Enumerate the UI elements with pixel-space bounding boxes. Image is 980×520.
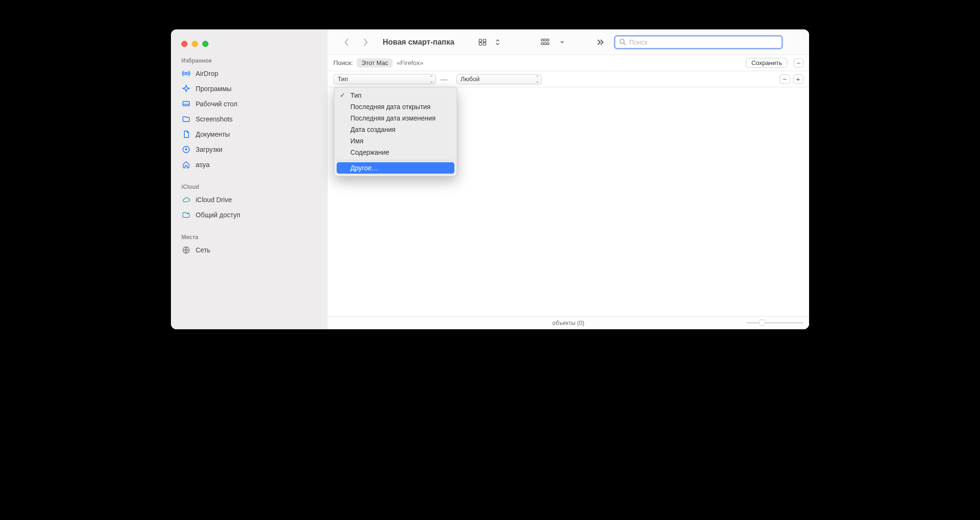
sidebar-item-label: asya (196, 161, 210, 168)
nav-arrows (343, 37, 369, 47)
sidebar-item-icloud-drive[interactable]: iCloud Drive (171, 192, 328, 207)
menu-item-label: Другое… (350, 164, 378, 172)
remove-criteria-button[interactable]: − (780, 74, 790, 84)
criteria-add-remove: − + (780, 74, 803, 84)
back-button[interactable] (343, 37, 350, 47)
check-icon: ✓ (340, 92, 347, 99)
sidebar-item-applications[interactable]: Программы (171, 81, 328, 96)
scope-label: Поиск: (333, 59, 353, 66)
menu-item-label: Тип (350, 92, 361, 99)
svg-point-15 (620, 39, 624, 44)
forward-button[interactable] (362, 37, 369, 47)
svg-rect-11 (547, 39, 549, 41)
finder-window: Избранное AirDrop Программы Рабочий стол… (171, 29, 809, 329)
more-tools-button[interactable] (593, 37, 607, 47)
window-title: Новая смарт-папка (383, 38, 454, 46)
menu-item-last-opened[interactable]: Последняя дата открытия (334, 101, 457, 112)
svg-rect-10 (544, 39, 546, 41)
view-updown-icon[interactable] (492, 37, 503, 48)
scope-current-folder[interactable]: «Firefox» (396, 59, 423, 66)
menu-item-label: Последняя дата открытия (350, 103, 431, 111)
criteria-row: Тип ⌃⌄ ✓ Тип Последняя дата открытия Пос… (328, 71, 809, 87)
minimize-window-button[interactable] (192, 41, 198, 47)
search-scope-bar: Поиск: Этот Mac «Firefox» Сохранить − (328, 55, 809, 71)
svg-point-0 (185, 73, 188, 75)
svg-rect-7 (479, 42, 482, 45)
documents-icon (181, 130, 191, 139)
search-input[interactable] (629, 38, 778, 46)
svg-rect-1 (183, 102, 189, 106)
menu-item-type[interactable]: ✓ Тип (334, 90, 457, 101)
search-icon (619, 38, 626, 46)
sidebar-item-network[interactable]: Сеть (171, 242, 328, 258)
menu-item-label: Дата создания (350, 126, 396, 133)
criteria-dash: — (441, 75, 448, 83)
group-button[interactable] (538, 37, 555, 48)
sidebar-item-documents[interactable]: Документы (171, 127, 328, 142)
criteria-value-select[interactable]: Любой ⌃⌄ (456, 74, 542, 84)
window-controls (171, 38, 328, 55)
network-icon (181, 245, 191, 255)
sidebar-section-locations: Места (171, 231, 328, 242)
fullscreen-window-button[interactable] (202, 41, 208, 47)
criteria-attribute-select[interactable]: Тип ⌃⌄ ✓ Тип Последняя дата открытия Пос… (333, 74, 436, 84)
slider-thumb[interactable] (759, 319, 765, 326)
svg-rect-12 (541, 42, 543, 44)
sidebar-item-desktop[interactable]: Рабочий стол (171, 96, 328, 111)
menu-item-name[interactable]: Имя (334, 135, 457, 147)
menu-separator (337, 160, 454, 160)
svg-point-3 (187, 213, 188, 214)
sidebar-item-label: Программы (196, 85, 232, 93)
scope-this-mac[interactable]: Этот Mac (357, 58, 393, 67)
sidebar-item-airdrop[interactable]: AirDrop (171, 66, 328, 81)
sidebar-item-label: Screenshots (196, 115, 233, 123)
criteria-attribute-menu: ✓ Тип Последняя дата открытия Последняя … (334, 87, 457, 176)
menu-item-created[interactable]: Дата создания (334, 124, 457, 135)
cloud-icon (181, 195, 191, 204)
sidebar: Избранное AirDrop Программы Рабочий стол… (171, 29, 328, 329)
chevron-updown-icon: ⌃⌄ (430, 75, 433, 83)
sidebar-item-label: Документы (196, 130, 230, 138)
svg-rect-14 (547, 42, 549, 44)
folder-icon (181, 114, 191, 124)
svg-rect-9 (541, 39, 543, 41)
sidebar-item-screenshots[interactable]: Screenshots (171, 111, 328, 127)
search-box[interactable] (614, 35, 783, 49)
save-search-button[interactable]: Сохранить (746, 58, 787, 68)
view-icons-button[interactable] (475, 37, 490, 48)
svg-rect-5 (479, 39, 482, 42)
add-criteria-button[interactable]: + (793, 74, 803, 84)
sidebar-item-label: Общий доступ (196, 211, 240, 219)
status-bar: объекты (0) (328, 316, 809, 329)
sidebar-item-label: Рабочий стол (196, 100, 237, 108)
shared-folder-icon (181, 210, 191, 220)
sidebar-item-shared[interactable]: Общий доступ (171, 207, 328, 223)
remove-scope-button[interactable]: − (794, 58, 803, 68)
close-window-button[interactable] (181, 41, 188, 47)
status-text: объекты (0) (552, 320, 584, 326)
group-chevron-icon[interactable] (557, 38, 567, 46)
svg-rect-8 (483, 42, 486, 45)
sidebar-item-home[interactable]: asya (171, 157, 328, 172)
desktop-icon (181, 99, 191, 109)
sidebar-section-favorites: Избранное (171, 55, 328, 66)
sidebar-item-label: AirDrop (196, 70, 218, 77)
menu-item-contents[interactable]: Содержание (334, 147, 457, 158)
sidebar-item-downloads[interactable]: Загрузки (171, 142, 328, 157)
toolbar: Новая смарт-папка (328, 29, 809, 55)
menu-item-label: Имя (350, 137, 363, 145)
menu-item-last-modified[interactable]: Последняя дата изменения (334, 112, 457, 124)
sidebar-item-label: Сеть (196, 246, 210, 254)
svg-rect-6 (483, 39, 486, 42)
criteria-value-value: Любой (461, 75, 480, 83)
menu-item-label: Содержание (350, 149, 389, 156)
sidebar-item-label: Загрузки (196, 146, 222, 153)
main-pane: Новая смарт-папка (328, 29, 809, 329)
icon-size-slider[interactable] (746, 322, 803, 324)
menu-item-label: Последняя дата изменения (350, 114, 435, 122)
criteria-attribute-value: Тип (338, 75, 348, 83)
svg-rect-13 (544, 42, 546, 44)
sidebar-item-label: iCloud Drive (196, 196, 232, 204)
menu-item-other[interactable]: Другое… (337, 162, 454, 174)
airdrop-icon (181, 69, 191, 78)
